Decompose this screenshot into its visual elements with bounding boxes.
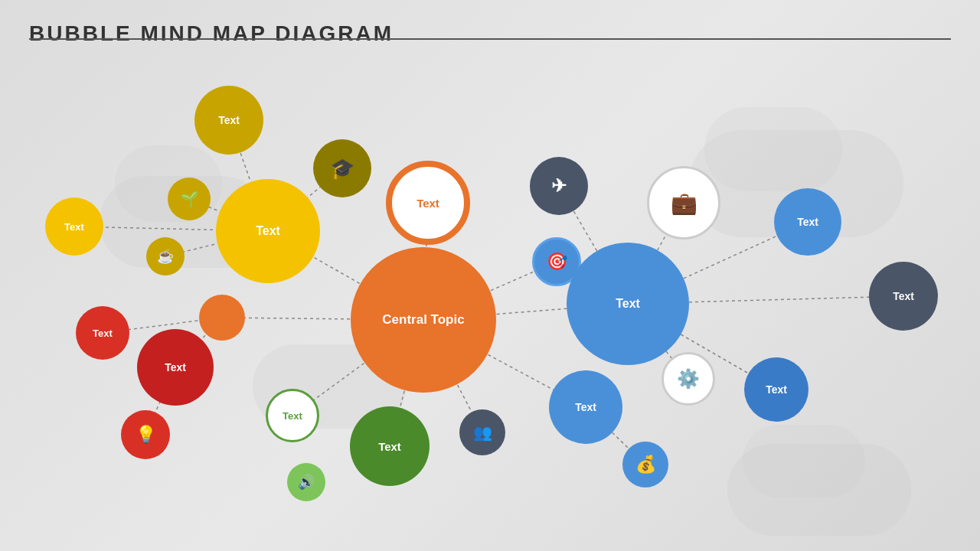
bubble-label: Text (575, 401, 596, 413)
bubble-grad-icon[interactable]: 🎓 (313, 139, 371, 197)
bubble-label: Text (416, 197, 439, 210)
bubble-dark-far-right[interactable]: Text (869, 262, 938, 331)
bubble-money-icon[interactable]: 💰 (622, 442, 668, 487)
cloud-7 (743, 425, 865, 497)
central-label: Central Topic (382, 312, 464, 328)
bubble-orange-small[interactable] (199, 295, 245, 341)
bubble-speaker-icon[interactable]: 🔊 (287, 463, 325, 501)
bubble-lightbulb[interactable]: 💡 (121, 410, 170, 459)
bubble-large-yellow[interactable]: Text (216, 179, 320, 283)
bubble-plane-icon[interactable]: ✈ (530, 157, 588, 215)
bubble-label: Text (797, 216, 818, 228)
bubble-blue-lower[interactable]: Text (549, 370, 622, 444)
bubble-coffee-icon[interactable]: ☕ (146, 237, 185, 276)
bubble-group-icon[interactable]: 👥 (459, 409, 505, 455)
lightbulb-icon: 💡 (136, 425, 156, 445)
speaker-icon: 🔊 (298, 474, 315, 491)
plant-icon: 🌱 (180, 190, 199, 208)
graduation-icon: 🎓 (330, 157, 354, 181)
money-icon: 💰 (635, 455, 656, 474)
bubble-label: Text (893, 290, 914, 302)
page-title: BUBBLE MIND MAP DIAGRAM (29, 21, 394, 46)
target-icon: 🎯 (547, 252, 567, 272)
bubble-orange-ring[interactable]: Text (386, 161, 470, 245)
title-underline (29, 38, 951, 40)
canvas: BUBBLE MIND MAP DIAGRAM Central Topic (0, 0, 980, 551)
bubble-small-yellow-top[interactable]: Text (194, 86, 263, 155)
bubble-red-small[interactable]: Text (76, 306, 129, 360)
bubble-label: Text (64, 221, 84, 233)
central-bubble[interactable]: Central Topic (351, 247, 496, 393)
bubble-briefcase-icon[interactable]: 💼 (647, 166, 720, 240)
bubble-blue-text-top-right[interactable]: Text (774, 188, 841, 256)
bubble-blue-text-right[interactable]: Text (744, 357, 808, 422)
bubble-red-large[interactable]: Text (137, 329, 214, 406)
coffee-icon: ☕ (157, 248, 174, 265)
bubble-label: Text (283, 410, 302, 422)
briefcase-icon: 💼 (671, 191, 697, 216)
bubble-blue-large[interactable]: Text (567, 243, 689, 365)
group-icon: 👥 (473, 423, 492, 442)
bubble-green-large[interactable]: Text (350, 406, 430, 486)
bubble-label: Text (766, 383, 787, 396)
bubble-label: Text (218, 114, 240, 126)
bubble-label: Text (378, 440, 401, 453)
bubble-small-yellow-left[interactable]: Text (45, 197, 103, 256)
cloud-5 (704, 107, 842, 191)
plane-icon: ✈ (551, 175, 567, 197)
bubble-label: Text (256, 224, 280, 238)
bubble-green-medium[interactable]: Text (266, 389, 319, 442)
gear-icon: ⚙️ (677, 368, 700, 390)
bubble-label: Text (93, 328, 113, 339)
bubble-label: Text (616, 297, 640, 311)
bubble-label: Text (165, 361, 186, 373)
bubble-plant-icon[interactable]: 🌱 (168, 178, 211, 220)
bubble-gear-icon[interactable]: ⚙️ (662, 352, 715, 406)
